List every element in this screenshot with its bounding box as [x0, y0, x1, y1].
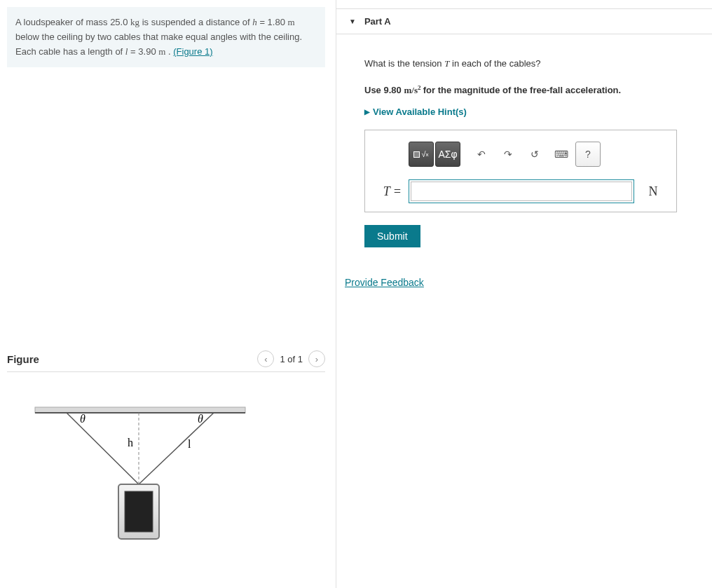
use-text: Use [364, 85, 383, 95]
help-button[interactable]: ? [575, 142, 601, 167]
provide-feedback-link[interactable]: Provide Feedback [345, 277, 424, 288]
figure-scroll-area[interactable]: θ θ h l [7, 379, 273, 554]
submit-button[interactable]: Submit [364, 225, 420, 247]
collapse-icon: ▼ [349, 18, 356, 25]
mass-unit: kg [130, 17, 139, 27]
svg-line-2 [67, 413, 139, 484]
figure-link[interactable]: (Figure 1) [173, 46, 212, 57]
hints-label: View Available Hint(s) [373, 107, 467, 117]
question-line: What is the tension T in each of the cab… [364, 57, 691, 71]
svg-rect-6 [125, 491, 153, 532]
eq: = [130, 46, 138, 57]
g-value: 9.80 [383, 85, 401, 95]
answer-input-wrap [409, 179, 634, 203]
undo-button[interactable]: ↶ [469, 142, 494, 167]
question-text: in each of the cables? [452, 58, 540, 69]
figure-nav: ‹ 1 of 1 › [257, 350, 325, 367]
h-label: h [128, 437, 133, 449]
answer-box: √x ΑΣφ ↶ ↷ ↺ ⌨ ? T = N [364, 130, 677, 212]
problem-statement: A loudspeaker of mass 25.0 kg is suspend… [7, 7, 325, 67]
redo-button[interactable]: ↷ [495, 142, 521, 167]
instruction-line: Use 9.80 m/s2 for the magnitude of the f… [364, 83, 691, 97]
figure-panel: Figure ‹ 1 of 1 › [7, 350, 325, 554]
problem-text: A loudspeaker of mass [15, 17, 110, 27]
part-title: Part A [364, 16, 391, 27]
h-unit: m [288, 17, 295, 27]
question-text: What is the tension [364, 58, 444, 69]
T-var: T [444, 58, 449, 69]
unit-m: m [404, 85, 411, 95]
mass-value: 25.0 [110, 17, 128, 27]
answer-input[interactable] [411, 182, 632, 201]
h-var: h [252, 17, 257, 27]
figure-next-button[interactable]: › [308, 350, 325, 367]
l-var: l [125, 46, 128, 57]
equation-toolbar: √x ΑΣφ ↶ ↷ ↺ ⌨ ? [409, 142, 601, 167]
use-text: for the magnitude of the free-fall accel… [423, 85, 621, 95]
part-a-header[interactable]: ▼ Part A [336, 8, 712, 34]
greek-button[interactable]: ΑΣφ [435, 142, 460, 167]
l-label: l [188, 438, 191, 450]
divider [7, 371, 325, 372]
theta-left-label: θ [80, 413, 85, 425]
l-value: 3.90 [138, 46, 156, 57]
h-value: 1.80 [268, 17, 285, 27]
answer-unit: N [641, 184, 665, 199]
view-hints-link[interactable]: ▶ View Available Hint(s) [364, 107, 691, 117]
eq: = [259, 17, 267, 27]
right-panel: ▼ Part A What is the tension T in each o… [336, 0, 712, 588]
unit-sup: 2 [418, 84, 421, 91]
reset-button[interactable]: ↺ [522, 142, 547, 167]
answer-variable: T = [376, 184, 402, 199]
svg-rect-0 [35, 407, 245, 413]
figure-title: Figure [7, 353, 39, 365]
figure-prev-button[interactable]: ‹ [257, 350, 274, 367]
templates-button[interactable]: √x [409, 142, 434, 167]
figure-nav-text: 1 of 1 [280, 354, 303, 364]
l-unit: m [158, 46, 165, 57]
keyboard-button[interactable]: ⌨ [549, 142, 574, 167]
left-panel: A loudspeaker of mass 25.0 kg is suspend… [0, 0, 336, 588]
theta-right-label: θ [198, 413, 203, 425]
problem-text: is suspended a distance of [142, 17, 253, 27]
figure-svg: θ θ h l [7, 379, 259, 547]
expand-icon: ▶ [364, 108, 370, 116]
part-a-body: What is the tension T in each of the cab… [336, 34, 712, 257]
